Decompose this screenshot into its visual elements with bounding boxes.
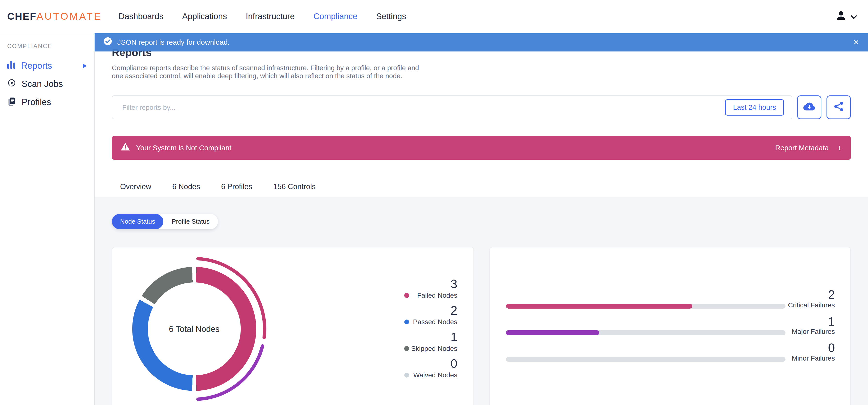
overview-panel: Node Status Profile Status 6 Total Nodes <box>95 197 868 405</box>
passed-dot-icon <box>404 320 409 325</box>
compliance-alert-banner: Your System is Not Compliant Report Meta… <box>112 136 851 160</box>
passed-count: 2 <box>404 304 457 317</box>
legend-item-passed[interactable]: 2 Passed Nodes <box>404 304 457 327</box>
expand-metadata-icon[interactable]: + <box>836 143 842 153</box>
status-toggle: Node Status Profile Status <box>112 214 218 229</box>
nav-item-compliance[interactable]: Compliance <box>313 12 358 21</box>
warning-triangle-icon <box>121 143 130 153</box>
share-report-button[interactable] <box>827 95 851 119</box>
donut-legend: 3 Failed Nodes 2 Passed Nodes <box>404 278 457 384</box>
page-description-line1: Compliance reports describe the status o… <box>112 64 851 72</box>
time-range-button[interactable]: Last 24 hours <box>725 99 784 115</box>
nav-item-settings[interactable]: Settings <box>376 12 406 21</box>
notification-banner: JSON report is ready for download. ✕ <box>95 33 868 52</box>
filter-bar: Last 24 hours <box>112 95 792 119</box>
share-icon <box>834 102 843 113</box>
tab-controls[interactable]: 156 Controls <box>265 182 324 199</box>
node-status-donut-chart[interactable]: 6 Total Nodes <box>114 249 275 405</box>
legend-label: Skipped Nodes <box>411 345 457 352</box>
tab-nodes[interactable]: 6 Nodes <box>164 182 209 199</box>
skipped-count: 1 <box>404 330 457 344</box>
severity-row-minor[interactable]: 0 Minor Failures <box>506 346 835 373</box>
bar-chart-icon <box>7 61 16 71</box>
legend-label: Waived Nodes <box>413 371 457 379</box>
check-circle-icon <box>104 37 112 48</box>
chevron-right-icon <box>83 61 87 71</box>
logo-automate: AUTOMATE <box>37 11 102 22</box>
chevron-down-icon[interactable] <box>851 11 857 21</box>
sidebar-item-scan-jobs[interactable]: Scan Jobs <box>0 75 94 93</box>
cloud-download-icon <box>803 102 815 113</box>
severity-row-critical[interactable]: 2 Critical Failures <box>506 293 835 319</box>
download-report-button[interactable] <box>797 95 822 119</box>
user-avatar-icon[interactable] <box>835 9 847 23</box>
filter-reports-input[interactable] <box>112 104 725 111</box>
reports-header-area: Reports Compliance reports describe the … <box>95 33 868 199</box>
severity-label: Critical Failures <box>788 301 835 309</box>
waived-count: 0 <box>404 357 457 371</box>
major-failures-fill <box>506 330 599 335</box>
severity-label: Minor Failures <box>792 354 835 362</box>
notification-message: JSON report is ready for download. <box>118 38 230 47</box>
critical-count: 2 <box>828 288 835 301</box>
report-tabs: Overview 6 Nodes 6 Profiles 156 Controls <box>112 173 851 199</box>
toggle-node-status[interactable]: Node Status <box>112 214 163 229</box>
severity-label: Major Failures <box>792 328 835 336</box>
legend-label: Passed Nodes <box>413 318 457 326</box>
sidebar-item-label: Profiles <box>22 97 51 107</box>
nav-item-applications[interactable]: Applications <box>182 12 227 21</box>
donut-center-label: 6 Total Nodes <box>114 324 275 334</box>
critical-failures-fill <box>506 304 692 309</box>
logo-chef: CHEF <box>7 11 37 22</box>
minor-count: 0 <box>828 342 835 354</box>
page-description-line2: one associated control, will enable deep… <box>112 72 851 80</box>
filter-row: Last 24 hours <box>112 95 851 119</box>
skipped-dot-icon <box>404 346 409 351</box>
alert-message: Your System is Not Compliant <box>136 144 231 152</box>
report-metadata-label[interactable]: Report Metadata <box>775 144 829 152</box>
waived-dot-icon <box>404 373 409 378</box>
tab-profiles[interactable]: 6 Profiles <box>213 182 260 199</box>
failed-count: 3 <box>404 278 457 291</box>
legend-item-waived[interactable]: 0 Waived Nodes <box>404 357 457 380</box>
sidebar-item-label: Scan Jobs <box>22 79 63 89</box>
nav-item-infrastructure[interactable]: Infrastructure <box>246 12 295 21</box>
page-description: Compliance reports describe the status o… <box>112 64 851 80</box>
legend-label: Failed Nodes <box>417 292 457 299</box>
major-failures-bar <box>506 330 786 335</box>
close-icon[interactable]: ✕ <box>853 39 859 46</box>
failed-dot-icon <box>404 293 409 298</box>
legend-item-skipped[interactable]: 1 Skipped Nodes <box>404 330 457 353</box>
compliance-sidebar: COMPLIANCE Reports Scan Jobs Profiles <box>0 33 95 405</box>
critical-failures-bar <box>506 304 786 309</box>
sidebar-item-profiles[interactable]: Profiles <box>0 93 94 111</box>
nav-item-dashboards[interactable]: Dashboards <box>119 12 163 21</box>
legend-item-failed[interactable]: 3 Failed Nodes <box>404 278 457 300</box>
primary-nav: Dashboards Applications Infrastructure C… <box>119 12 425 21</box>
main-content: Reports Compliance reports describe the … <box>95 33 868 405</box>
radar-icon <box>7 79 16 89</box>
severity-row-major[interactable]: 1 Major Failures <box>506 320 835 346</box>
profiles-book-icon <box>7 97 16 108</box>
chef-automate-logo[interactable]: CHEFAUTOMATE <box>7 11 102 22</box>
major-count: 1 <box>828 315 835 328</box>
sidebar-item-label: Reports <box>21 61 52 71</box>
tab-overview[interactable]: Overview <box>112 182 160 199</box>
node-status-chart-card: 6 Total Nodes 3 Failed Nodes 2 <box>112 247 474 405</box>
overview-cards: 6 Total Nodes 3 Failed Nodes 2 <box>112 247 851 405</box>
top-navigation: CHEFAUTOMATE Dashboards Applications Inf… <box>0 0 868 33</box>
user-menu[interactable] <box>835 9 857 23</box>
toggle-profile-status[interactable]: Profile Status <box>163 214 218 229</box>
sidebar-item-reports[interactable]: Reports <box>0 57 94 75</box>
failure-severity-card: 2 Critical Failures 1 Major Failures 0 M… <box>490 247 851 405</box>
sidebar-section-label: COMPLIANCE <box>0 43 94 50</box>
minor-failures-bar <box>506 357 786 362</box>
